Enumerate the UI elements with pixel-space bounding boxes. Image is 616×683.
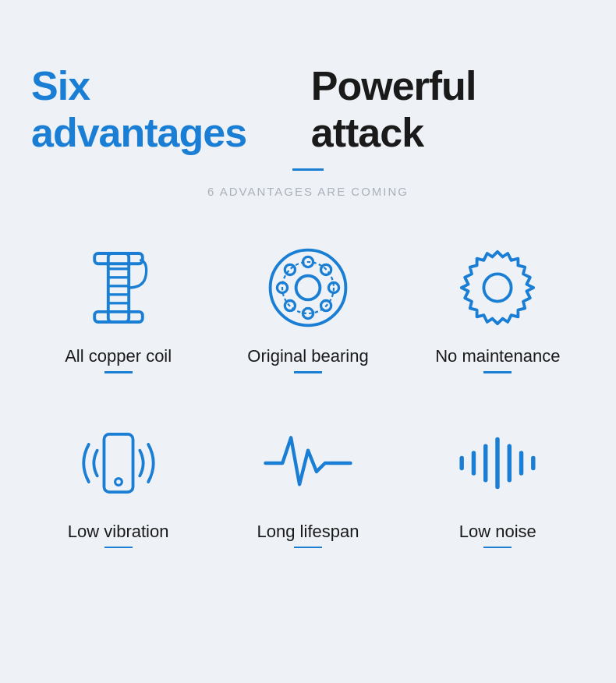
feature-long-lifespan: Long lifespan [221,420,395,549]
title-blue: Six advantages [31,62,302,156]
low-vibration-label: Low vibration [68,522,169,542]
no-maintenance-label: No maintenance [435,346,560,366]
svg-rect-20 [104,434,133,491]
feature-copper-coil: All copper coil [31,245,205,373]
bearing-icon [261,245,355,331]
gear-icon [451,245,544,331]
lifespan-icon [261,420,355,506]
subtitle: 6 ADVANTAGES ARE COMING [207,185,409,198]
svg-point-9 [296,276,320,300]
original-bearing-label-wrapper: Original bearing [247,346,368,373]
divider-line [292,168,324,171]
vibration-icon-wrapper [72,420,165,506]
svg-point-18 [282,262,334,313]
lifespan-icon-wrapper [261,420,355,506]
page-wrapper: Six advantages Powerful attack 6 ADVANTA… [0,0,616,683]
feature-low-noise: Low noise [411,420,585,549]
copper-coil-underline [104,371,133,373]
original-bearing-label: Original bearing [247,346,368,366]
long-lifespan-label-wrapper: Long lifespan [257,522,359,549]
noise-icon [451,420,544,506]
feature-no-maintenance: No maintenance [411,245,585,373]
title-black: Powerful attack [311,62,585,156]
svg-point-14 [285,264,295,274]
gear-icon-wrapper [451,245,544,331]
svg-rect-2 [94,312,143,322]
low-noise-label-wrapper: Low noise [459,522,536,549]
coil-icon-wrapper [72,245,165,331]
low-noise-label: Low noise [459,522,536,542]
original-bearing-underline [294,371,322,373]
features-grid: All copper coil [31,245,585,548]
feature-original-bearing: Original bearing [221,245,395,373]
coil-icon [72,245,165,331]
noise-icon-wrapper [451,420,544,506]
svg-rect-1 [94,253,143,264]
low-noise-underline [483,547,512,549]
copper-coil-label: All copper coil [65,346,172,366]
no-maintenance-underline [483,371,512,373]
low-vibration-underline [104,547,133,549]
svg-point-19 [484,274,512,301]
copper-coil-label-wrapper: All copper coil [65,346,172,373]
svg-point-21 [115,478,122,485]
long-lifespan-label: Long lifespan [257,522,359,542]
bearing-icon-wrapper [261,245,355,331]
feature-low-vibration: Low vibration [31,420,205,549]
no-maintenance-label-wrapper: No maintenance [435,346,560,373]
title-row: Six advantages Powerful attack [31,62,585,156]
long-lifespan-underline [294,547,322,549]
low-vibration-label-wrapper: Low vibration [68,522,169,549]
vibration-icon [72,420,165,506]
